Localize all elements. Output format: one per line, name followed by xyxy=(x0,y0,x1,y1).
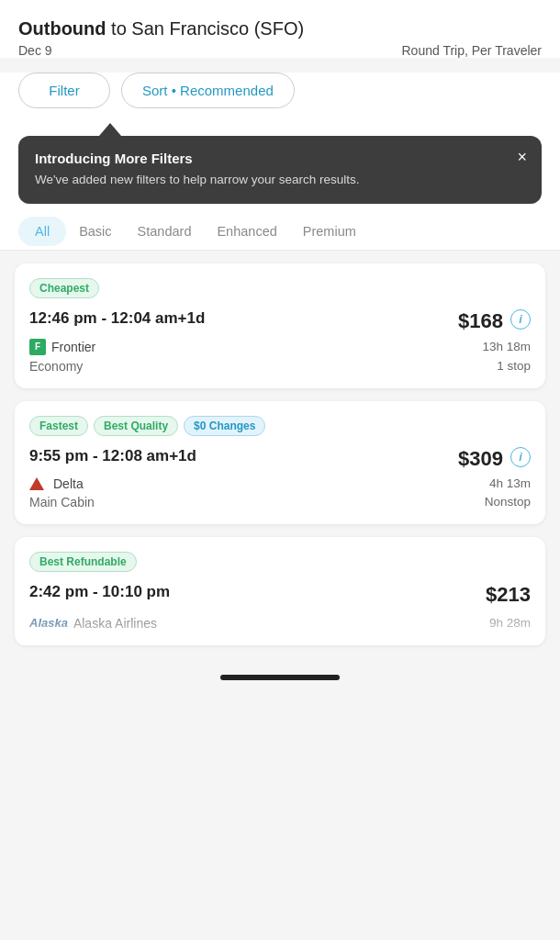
badges-row-2: Fastest Best Quality $0 Changes xyxy=(29,416,531,436)
tooltip-box: Introducing More Filters We've added new… xyxy=(18,136,542,204)
airline-name-2: Delta xyxy=(53,476,84,491)
alaska-icon: Alaska xyxy=(29,616,68,630)
tab-premium[interactable]: Premium xyxy=(290,217,369,250)
flight-duration-2: 4h 13m xyxy=(489,476,531,490)
flight-duration-1: 13h 18m xyxy=(482,340,531,353)
flight-duration-3: 9h 28m xyxy=(489,616,531,630)
trip-type: Round Trip, Per Traveler xyxy=(401,43,542,58)
tab-standard[interactable]: Standard xyxy=(125,217,205,250)
stops-1: 1 stop xyxy=(497,359,531,374)
badge-fastest: Fastest xyxy=(29,416,88,436)
badges-row-3: Best Refundable xyxy=(29,552,531,572)
tooltip-arrow xyxy=(99,123,121,136)
frontier-icon: F xyxy=(29,339,46,355)
filter-button[interactable]: Filter xyxy=(18,73,110,108)
flight-price-1: $168 xyxy=(458,309,503,333)
tooltip-body: We've added new filters to help narrow y… xyxy=(35,172,525,189)
flight-time-3: 2:42 pm - 10:10 pm xyxy=(29,583,170,601)
delta-icon xyxy=(29,477,44,490)
flight-price-3: $213 xyxy=(486,583,531,607)
flight-card-2[interactable]: Fastest Best Quality $0 Changes 9:55 pm … xyxy=(15,401,545,524)
badge-zero-changes: $0 Changes xyxy=(184,416,265,436)
airline-name-3: Alaska Airlines xyxy=(73,616,157,631)
flight-price-2: $309 xyxy=(458,447,503,471)
info-icon-2[interactable]: i xyxy=(510,447,531,467)
airline-row-2: Delta xyxy=(29,476,84,491)
airline-row-3: Alaska Alaska Airlines xyxy=(29,616,157,631)
airline-name-1: Frontier xyxy=(51,340,95,354)
tabs-bar: All Basic Standard Enhanced Premium xyxy=(0,204,560,251)
info-icon-1[interactable]: i xyxy=(510,309,531,330)
cabin-2: Main Cabin xyxy=(29,495,95,509)
badges-row-1: Cheapest xyxy=(29,278,531,298)
tooltip-close-button[interactable]: × xyxy=(517,149,527,165)
flight-time-2: 9:55 pm - 12:08 am+1d xyxy=(29,447,196,465)
tab-all[interactable]: All xyxy=(18,217,66,246)
cabin-1: Economy xyxy=(29,359,83,374)
flight-card-1[interactable]: Cheapest 12:46 pm - 12:04 am+1d $168 i F… xyxy=(15,263,545,388)
bottom-bar xyxy=(220,675,340,680)
trip-date: Dec 9 xyxy=(18,43,52,58)
page-title: Outbound to San Francisco (SFO) xyxy=(18,18,542,39)
badge-best-quality: Best Quality xyxy=(94,416,178,436)
flight-card-3[interactable]: Best Refundable 2:42 pm - 10:10 pm $213 … xyxy=(15,537,545,645)
tooltip-title: Introducing More Filters xyxy=(35,151,525,166)
sort-button[interactable]: Sort • Recommended xyxy=(121,73,295,108)
badge-best-refundable: Best Refundable xyxy=(29,552,137,572)
stops-2: Nonstop xyxy=(485,495,531,509)
tab-basic[interactable]: Basic xyxy=(66,217,124,250)
tab-enhanced[interactable]: Enhanced xyxy=(204,217,289,250)
flight-time-1: 12:46 pm - 12:04 am+1d xyxy=(29,309,205,328)
flights-list: Cheapest 12:46 pm - 12:04 am+1d $168 i F… xyxy=(0,251,560,658)
airline-row-1: F Frontier xyxy=(29,339,95,355)
badge-cheapest: Cheapest xyxy=(29,278,99,298)
